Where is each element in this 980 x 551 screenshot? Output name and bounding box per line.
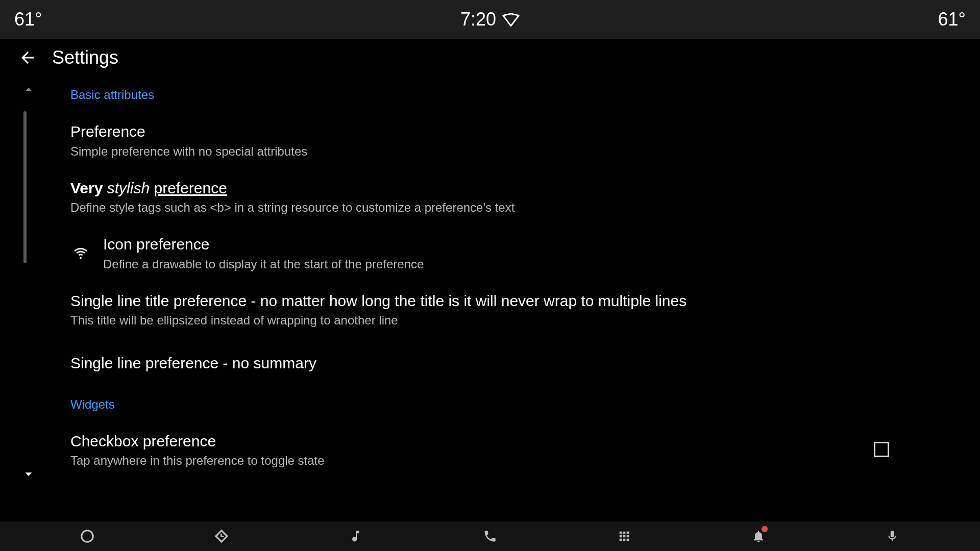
svg-point-0 xyxy=(82,531,93,542)
music-note-icon xyxy=(349,529,363,543)
navigation-icon xyxy=(213,528,230,544)
pref-checkbox[interactable]: Checkbox preference Tap anywhere in this… xyxy=(61,423,919,480)
temp-left: 61° xyxy=(14,9,42,30)
pref-single-line-title[interactable]: Single line title preference - no matter… xyxy=(61,283,919,339)
settings-list: Basic attributes Preference Simple prefe… xyxy=(0,79,980,479)
pref-icon[interactable]: Icon preference Define a drawable to dis… xyxy=(61,226,919,283)
back-button[interactable] xyxy=(17,47,38,68)
pref-stylish[interactable]: Very stylish preference Define style tag… xyxy=(61,170,919,227)
scroll-down-button[interactable] xyxy=(20,466,37,482)
pref-summary: Tap anywhere in this preference to toggl… xyxy=(70,454,862,468)
nav-apps[interactable] xyxy=(612,524,636,548)
category-basic-attributes: Basic attributes xyxy=(61,79,919,113)
pref-title: Single line title preference - no matter… xyxy=(70,291,910,312)
phone-icon xyxy=(483,529,497,543)
scroll-indicator xyxy=(23,111,27,263)
page-title: Settings xyxy=(52,47,118,68)
status-bar: 61° 7:20 61° xyxy=(0,0,980,39)
pref-summary: Define style tags such as <b> in a strin… xyxy=(70,201,910,215)
arrow-left-icon xyxy=(18,48,37,67)
scroll-up-button[interactable] xyxy=(20,82,37,98)
checkbox-icon[interactable] xyxy=(874,442,889,457)
wifi-icon xyxy=(70,244,91,261)
chevron-down-icon xyxy=(20,466,37,482)
pref-title: Icon preference xyxy=(103,234,910,255)
pref-title: Preference xyxy=(70,121,910,142)
chevron-up-icon xyxy=(20,82,37,98)
nav-assistant[interactable] xyxy=(75,524,100,548)
microphone-icon xyxy=(886,530,899,543)
circle-outline-icon xyxy=(80,529,95,544)
pref-summary: Simple preference with no special attrib… xyxy=(70,144,910,159)
pref-no-summary[interactable]: Single line preference - no summary xyxy=(61,339,919,388)
pref-summary: Define a drawable to display it at the s… xyxy=(103,257,910,271)
nav-voice[interactable] xyxy=(880,524,904,548)
app-bar: Settings xyxy=(0,39,980,79)
nav-phone[interactable] xyxy=(478,524,502,548)
clock: 7:20 xyxy=(460,9,496,30)
pref-title: Very stylish preference xyxy=(70,178,910,199)
temp-right: 61° xyxy=(938,9,966,30)
apps-grid-icon xyxy=(617,529,631,543)
nav-bar xyxy=(0,521,980,551)
pref-title: Single line preference - no summary xyxy=(70,353,910,374)
wifi-outline-icon xyxy=(502,12,520,27)
notification-dot-icon xyxy=(762,526,768,532)
nav-music[interactable] xyxy=(344,524,368,548)
nav-notifications[interactable] xyxy=(746,524,771,548)
pref-title: Checkbox preference xyxy=(70,431,862,452)
pref-summary: This title will be ellipsized instead of… xyxy=(70,313,910,328)
nav-navigation[interactable] xyxy=(209,524,234,548)
category-widgets: Widgets xyxy=(61,388,919,423)
status-center: 7:20 xyxy=(460,9,520,30)
pref-simple[interactable]: Preference Simple preference with no spe… xyxy=(61,113,919,170)
